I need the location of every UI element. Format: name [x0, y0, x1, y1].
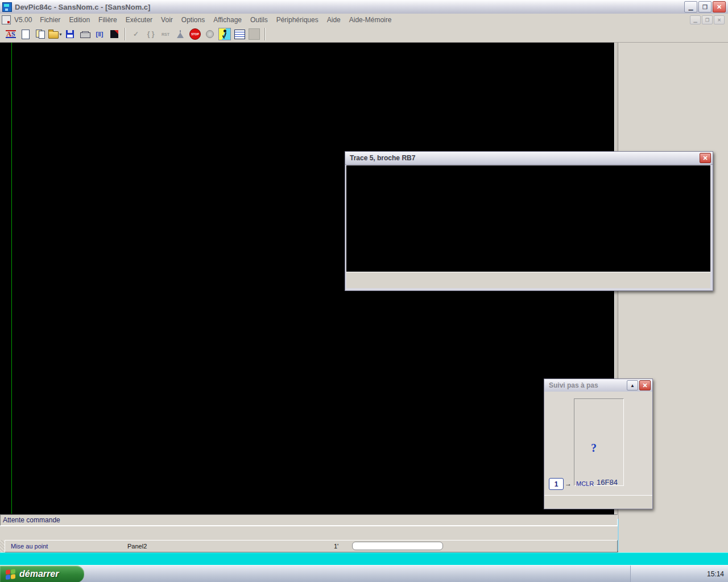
main-titlebar[interactable]: DevPic84c - SansNom.c - [SansNom.c] ▁ ❐ …	[0, 0, 728, 14]
grid-icon[interactable]	[232, 27, 247, 41]
mise-au-point-label: Mise au point	[11, 543, 48, 550]
mclr-arrow-icon: →	[565, 480, 572, 488]
mdi-restore-button[interactable]: ❐	[702, 15, 713, 24]
print-icon[interactable]	[77, 27, 92, 41]
compile-icon[interactable]	[173, 27, 188, 41]
code-lines	[11, 43, 14, 514]
menu-version: V5.00	[14, 16, 32, 24]
main-toolbar: AS▾[‖]✓{ }RSTSTOP	[0, 26, 728, 43]
trace-window: Trace 5, broche RB7 ✕	[345, 151, 713, 291]
copy-icon[interactable]	[33, 27, 48, 41]
taskbar: démarrer 15:14	[0, 565, 728, 582]
reset-icon[interactable]: RST	[158, 27, 173, 41]
exit-red-icon[interactable]	[107, 27, 122, 41]
menu-aide-memoire[interactable]: Aide-Mémoire	[349, 16, 392, 24]
mdi-minimize-button[interactable]: ▁	[690, 15, 701, 24]
trace-close-button[interactable]: ✕	[700, 153, 711, 163]
blank-button[interactable]	[247, 27, 262, 41]
spark-check-icon[interactable]: ✓	[129, 27, 143, 41]
step-title: Suivi pas à pas	[549, 381, 598, 389]
tabs-side-panel: Mise au point Panel2 1'	[5, 540, 618, 552]
panel2-label: Panel2	[127, 543, 147, 550]
step-toolbar	[544, 495, 652, 509]
open-folder-icon[interactable]: ▾	[48, 27, 63, 41]
char-format-icon[interactable]: AS	[3, 27, 18, 41]
step-body: ? 1 → MCLR 16F84	[544, 392, 652, 495]
menu-edition[interactable]: Edition	[69, 16, 90, 24]
save-icon[interactable]	[63, 27, 77, 41]
menu-bar-items: FichierEditionFilièreExécuterVoirOptions…	[40, 16, 391, 24]
minimize-button[interactable]: ▁	[684, 1, 697, 13]
debug-status-bar	[0, 552, 728, 566]
trace-info-bar	[346, 260, 710, 272]
restore-button[interactable]: ❐	[698, 1, 712, 13]
source-tabs	[0, 540, 5, 552]
devpic-app-icon	[2, 2, 12, 12]
toolbar-separator	[125, 28, 126, 40]
mdi-close-button[interactable]: ✕	[714, 15, 725, 24]
system-tray: 15:14	[630, 566, 728, 582]
unknown-state-label: ?	[591, 442, 597, 455]
mclr-value-button[interactable]: 1	[549, 478, 564, 490]
menu-voir[interactable]: Voir	[161, 16, 173, 24]
step-window: Suivi pas à pas ▲ ✕ ? 1 → MCLR 16F84	[544, 379, 653, 509]
mdi-window-buttons: ▁ ❐ ✕	[690, 15, 728, 24]
toolbar-separator	[264, 28, 266, 40]
tabs-edit-field[interactable]	[352, 542, 443, 550]
menu-filiere[interactable]: Filière	[98, 16, 117, 24]
chip-name-label: 16F84	[597, 478, 618, 487]
step-titlebar[interactable]: Suivi pas à pas ▲ ✕	[544, 379, 652, 392]
window-title: DevPic84c - SansNom.c - [SansNom.c]	[15, 3, 150, 11]
trace-controls	[346, 272, 710, 288]
start-label: démarrer	[19, 569, 59, 579]
trace-plot[interactable]	[346, 165, 710, 260]
menu-bar: V5.00 FichierEditionFilièreExécuterVoirO…	[0, 14, 728, 27]
mclr-label: MCLR	[576, 480, 594, 487]
compare-icon[interactable]: [‖]	[92, 27, 107, 41]
menu-peripheriques[interactable]: Périphériques	[276, 16, 318, 24]
bulb-icon[interactable]	[202, 27, 217, 41]
trace-titlebar[interactable]: Trace 5, broche RB7 ✕	[345, 152, 713, 165]
stop-icon[interactable]: STOP	[188, 27, 202, 41]
run-icon[interactable]	[217, 27, 232, 41]
watch-panel	[618, 519, 728, 551]
menu-outils[interactable]: Outils	[250, 16, 268, 24]
new-file-icon[interactable]	[18, 27, 33, 41]
step-close-button[interactable]: ✕	[639, 380, 651, 390]
cpu-status-row	[0, 526, 618, 540]
tabs-row: Mise au point Panel2 1'	[0, 540, 618, 552]
windows-logo-icon	[6, 569, 15, 580]
minute-label: 1'	[334, 543, 338, 550]
menu-aide[interactable]: Aide	[327, 16, 341, 24]
mdi-system-icon[interactable]	[2, 15, 11, 24]
menu-affichage[interactable]: Affichage	[213, 16, 242, 24]
step-rollup-button[interactable]: ▲	[627, 380, 638, 390]
status-message: Attente commande	[3, 516, 60, 524]
close-button[interactable]: ✕	[713, 1, 726, 13]
menu-executer[interactable]: Exécuter	[126, 16, 152, 24]
tray-clock: 15:14	[707, 570, 724, 578]
start-button[interactable]: démarrer	[0, 566, 84, 582]
chip-outline	[574, 398, 624, 486]
menu-options[interactable]: Options	[181, 16, 205, 24]
menu-fichier[interactable]: Fichier	[40, 16, 60, 24]
braces-icon[interactable]: { }	[143, 27, 158, 41]
trace-title: Trace 5, broche RB7	[350, 154, 415, 162]
status-bar: Attente commande	[0, 514, 618, 526]
